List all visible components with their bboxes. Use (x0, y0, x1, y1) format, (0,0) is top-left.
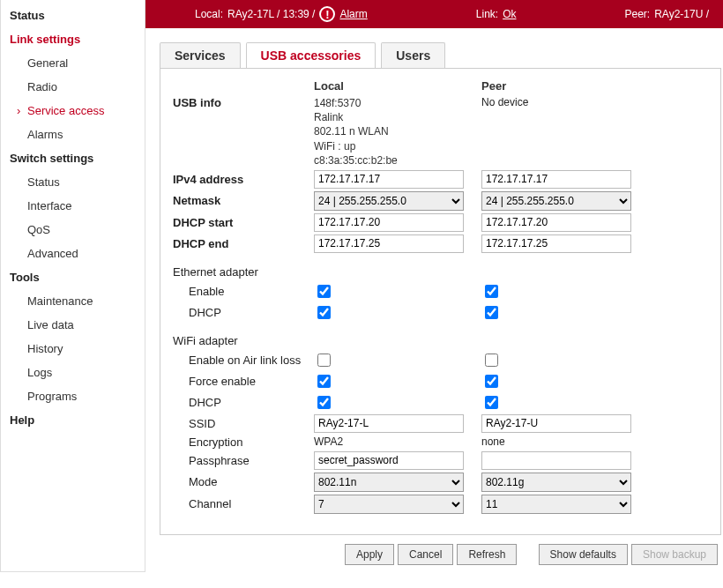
wifi-airloss-peer-check[interactable] (485, 354, 498, 367)
col-local-header: Local (314, 79, 481, 93)
tab-usb-accessories[interactable]: USB accessories (246, 42, 376, 68)
usb-info-label: USB info (173, 96, 314, 109)
nav-radio[interactable]: Radio (1, 75, 145, 99)
wifi-force-label: Force enable (173, 375, 314, 388)
eth-enable-peer-check[interactable] (485, 285, 498, 298)
dhcp-start-local-input[interactable] (314, 213, 464, 232)
nav-sw-status[interactable]: Status (1, 170, 145, 194)
topbar-local-value: RAy2-17L / 13:39 / (227, 8, 315, 20)
cancel-button[interactable]: Cancel (398, 544, 453, 565)
col-peer-header: Peer (481, 79, 649, 93)
arrow-icon: › (17, 104, 20, 117)
ipv4-peer-input[interactable] (481, 170, 631, 189)
nav-switch-settings[interactable]: Switch settings (1, 146, 145, 170)
nav-live-data[interactable]: Live data (1, 313, 145, 337)
channel-peer-select[interactable]: 11 (481, 495, 631, 514)
nav-programs[interactable]: Programs (1, 384, 145, 408)
channel-label: Channel (173, 497, 314, 510)
eth-section-title: Ethernet adapter (173, 265, 708, 279)
apply-button[interactable]: Apply (345, 544, 394, 565)
mode-local-select[interactable]: 802.11n (314, 473, 464, 492)
nav-link-settings[interactable]: Link settings (1, 27, 145, 51)
nav-status[interactable]: Status (1, 4, 145, 27)
show-backup-button[interactable]: Show backup (631, 544, 718, 565)
encryption-peer-value: none (481, 435, 649, 448)
encryption-label: Encryption (173, 435, 314, 449)
encryption-local-value: WPA2 (314, 435, 481, 448)
nav-history[interactable]: History (1, 337, 145, 361)
sidebar: Status Link settings General Radio ›Serv… (0, 0, 145, 572)
dhcp-end-local-input[interactable] (314, 234, 464, 253)
tab-users[interactable]: Users (381, 42, 445, 68)
nav-logs[interactable]: Logs (1, 361, 145, 384)
nav-help[interactable]: Help (1, 408, 145, 432)
netmask-label: Netmask (173, 194, 314, 207)
eth-enable-local-check[interactable] (317, 285, 331, 298)
ssid-label: SSID (173, 417, 314, 430)
refresh-button[interactable]: Refresh (457, 544, 517, 565)
wifi-airloss-local-check[interactable] (317, 354, 331, 367)
dhcp-start-label: DHCP start (173, 216, 314, 229)
eth-dhcp-label: DHCP (173, 306, 314, 319)
wifi-dhcp-peer-check[interactable] (485, 396, 498, 409)
nav-advanced[interactable]: Advanced (1, 242, 145, 265)
ssid-local-input[interactable] (314, 414, 464, 433)
topbar-local-label: Local: (195, 8, 223, 20)
panel: . Local Peer USB info 148f:5370 Ralink 8… (160, 68, 721, 535)
mode-label: Mode (173, 475, 314, 488)
ipv4-local-input[interactable] (314, 170, 464, 189)
nav-maintenance[interactable]: Maintenance (1, 289, 145, 313)
passphrase-local-input[interactable] (314, 451, 464, 470)
mode-peer-select[interactable]: 802.11g (481, 473, 631, 492)
wifi-airloss-label: Enable on Air link loss (173, 354, 314, 367)
passphrase-peer-input[interactable] (481, 451, 631, 470)
eth-dhcp-local-check[interactable] (317, 306, 331, 319)
alarm-icon: ! (319, 6, 335, 22)
nav-interface[interactable]: Interface (1, 194, 145, 218)
dhcp-end-label: DHCP end (173, 237, 314, 250)
show-defaults-button[interactable]: Show defaults (539, 544, 628, 565)
passphrase-label: Passphrase (173, 454, 314, 467)
channel-local-select[interactable]: 7 (314, 495, 464, 514)
dhcp-start-peer-input[interactable] (481, 213, 631, 232)
tab-services[interactable]: Services (160, 42, 241, 68)
wifi-force-peer-check[interactable] (485, 375, 498, 388)
topbar-link-label: Link: (476, 8, 498, 20)
usb-info-peer: No device (481, 96, 649, 108)
wifi-dhcp-label: DHCP (173, 396, 314, 409)
ipv4-label: IPv4 address (173, 173, 314, 186)
topbar-link-value[interactable]: Ok (503, 8, 516, 20)
action-bar: Apply Cancel Refresh Show defaults Show … (160, 535, 721, 572)
usb-info-local: 148f:5370 Ralink 802.11 n WLAN WiFi : up… (314, 96, 481, 167)
eth-enable-label: Enable (173, 285, 314, 298)
wifi-dhcp-local-check[interactable] (317, 396, 331, 409)
dhcp-end-peer-input[interactable] (481, 234, 631, 253)
tabbar: Services USB accessories Users (145, 28, 723, 68)
netmask-peer-select[interactable]: 24 | 255.255.255.0 (481, 191, 631, 211)
wifi-force-local-check[interactable] (317, 375, 331, 388)
topbar: Local: RAy2-17L / 13:39 / ! Alarm Link: … (145, 0, 723, 28)
topbar-peer-label: Peer: (625, 8, 651, 20)
ssid-peer-input[interactable] (481, 414, 631, 433)
nav-alarms[interactable]: Alarms (1, 123, 145, 146)
netmask-local-select[interactable]: 24 | 255.255.255.0 (314, 191, 464, 211)
topbar-alarm-link[interactable]: Alarm (339, 8, 367, 20)
topbar-peer-value: RAy2-17U / (654, 8, 709, 20)
eth-dhcp-peer-check[interactable] (485, 306, 498, 319)
nav-tools[interactable]: Tools (1, 265, 145, 289)
main-area: Local: RAy2-17L / 13:39 / ! Alarm Link: … (145, 0, 723, 572)
nav-qos[interactable]: QoS (1, 218, 145, 242)
nav-general[interactable]: General (1, 51, 145, 75)
wifi-section-title: WiFi adapter (173, 334, 708, 347)
nav-service-access[interactable]: ›Service access (1, 99, 145, 123)
